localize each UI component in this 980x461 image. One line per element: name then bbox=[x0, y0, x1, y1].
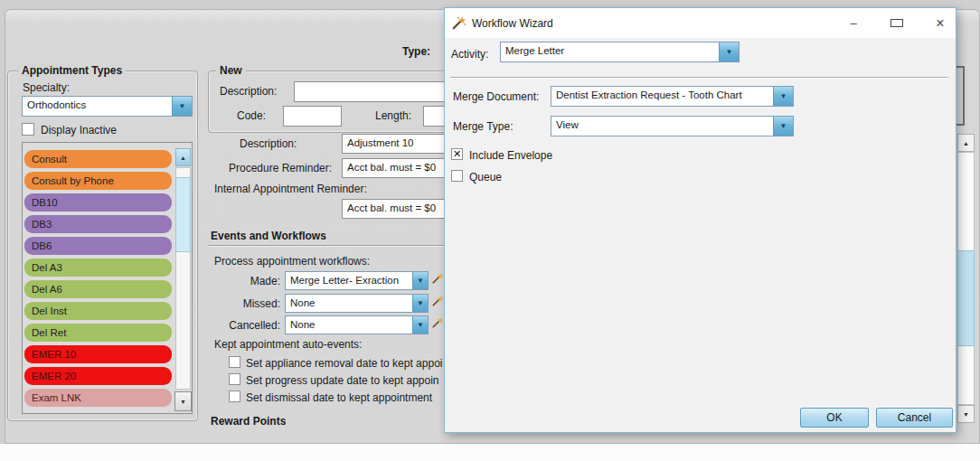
list-dropdown-button[interactable]: ▼ bbox=[174, 391, 192, 411]
wand-icon[interactable] bbox=[431, 295, 444, 307]
activity-select[interactable]: Merge Letter ▼ bbox=[500, 42, 740, 62]
list-item[interactable]: Del Ret bbox=[24, 324, 172, 342]
list-item[interactable]: DB6 bbox=[24, 237, 172, 255]
workflow-wizard-dialog: Workflow Wizard – × Activity: Merge Lett… bbox=[444, 7, 956, 433]
procedure-reminder-label: Procedure Reminder: bbox=[229, 162, 332, 174]
merge-document-label: Merge Document: bbox=[453, 90, 539, 103]
scroll-down-icon[interactable]: ▼ bbox=[957, 405, 975, 423]
new-code-input[interactable] bbox=[283, 106, 342, 127]
right-scrollbar-thumb[interactable] bbox=[957, 250, 975, 346]
reward-points-title: Reward Points bbox=[211, 415, 286, 427]
events-workflows-title: Events and Workflows bbox=[211, 230, 326, 242]
queue-checkbox[interactable] bbox=[451, 170, 463, 182]
display-inactive-label: Display Inactive bbox=[41, 124, 117, 136]
merge-type-label: Merge Type: bbox=[453, 120, 513, 133]
list-scrollbar-thumb[interactable] bbox=[175, 177, 191, 252]
activity-label: Activity: bbox=[451, 48, 488, 61]
display-inactive-checkbox[interactable] bbox=[22, 123, 34, 136]
chevron-down-icon[interactable]: ▼ bbox=[719, 42, 739, 61]
list-item[interactable]: Consult by Phone bbox=[24, 172, 172, 190]
merge-document-value: Dentist Extraction Request - Tooth Chart bbox=[551, 87, 773, 106]
made-workflow-select[interactable]: Merge Letter- Exraction ▼ bbox=[285, 271, 429, 290]
bottom-strip bbox=[0, 444, 980, 461]
internal-reminder-field[interactable]: Acct bal. must = $0 bbox=[342, 199, 457, 219]
missed-workflow-value: None bbox=[286, 295, 412, 312]
description-label: Description: bbox=[240, 137, 297, 150]
appliance-removal-checkbox[interactable] bbox=[229, 356, 240, 368]
merge-document-select[interactable]: Dentist Extraction Request - Tooth Chart… bbox=[551, 86, 794, 107]
appointment-type-list: ConsultConsult by PhoneDB10DB3DB6Del A3D… bbox=[22, 142, 193, 414]
new-code-label: Code: bbox=[237, 109, 266, 122]
queue-label: Queue bbox=[469, 171, 502, 183]
description-field[interactable]: Adjustment 10 bbox=[342, 134, 457, 154]
wand-icon[interactable] bbox=[431, 272, 444, 285]
procedure-reminder-field[interactable]: Acct bal. must = $0 bbox=[342, 158, 457, 178]
appliance-removal-label: Set appliance removal date to kept appoi bbox=[246, 357, 449, 370]
missed-workflow-select[interactable]: None ▼ bbox=[285, 294, 429, 313]
list-item[interactable]: DB3 bbox=[24, 215, 172, 233]
appointment-type-items: ConsultConsult by PhoneDB10DB3DB6Del A3D… bbox=[24, 150, 174, 410]
list-item[interactable]: EMER 10 bbox=[24, 345, 172, 363]
chevron-down-icon[interactable]: ▼ bbox=[412, 316, 428, 334]
new-description-label: Description: bbox=[220, 85, 277, 98]
dismissal-date-label: Set dismissal date to kept appointment bbox=[246, 391, 449, 404]
dialog-titlebar[interactable]: Workflow Wizard – × bbox=[445, 8, 956, 38]
appointment-types-title: Appointment Types bbox=[18, 64, 126, 77]
list-item[interactable]: Del A3 bbox=[24, 259, 172, 277]
cancelled-workflow-value: None bbox=[286, 316, 412, 334]
dismissal-date-checkbox[interactable] bbox=[229, 390, 240, 402]
process-workflows-label: Process appointment workflows: bbox=[214, 255, 370, 268]
cancelled-workflow-select[interactable]: None ▼ bbox=[285, 315, 429, 334]
dialog-separator bbox=[450, 77, 948, 79]
list-item[interactable]: Del Inst bbox=[24, 302, 172, 320]
internal-reminder-label: Internal Appointment Reminder: bbox=[214, 183, 367, 195]
made-workflow-value: Merge Letter- Exraction bbox=[286, 272, 412, 289]
specialty-value: Orthodontics bbox=[23, 97, 172, 116]
chevron-down-icon[interactable]: ▼ bbox=[773, 87, 793, 106]
list-item[interactable]: Exam LNK bbox=[24, 389, 172, 407]
merge-type-select[interactable]: View ▼ bbox=[551, 116, 794, 136]
missed-label: Missed: bbox=[208, 297, 280, 310]
kept-auto-events-label: Kept appointment auto-events: bbox=[214, 338, 362, 351]
chevron-down-icon[interactable]: ▼ bbox=[773, 117, 793, 136]
new-description-input[interactable] bbox=[294, 81, 455, 102]
activity-value: Merge Letter bbox=[501, 42, 719, 61]
chevron-down-icon[interactable]: ▼ bbox=[412, 295, 428, 312]
ok-button[interactable]: OK bbox=[800, 408, 869, 428]
merge-type-value: View bbox=[551, 117, 773, 136]
type-label: Type: bbox=[402, 45, 430, 58]
include-envelope-label: Include Envelope bbox=[469, 149, 552, 162]
list-item[interactable]: DB10 bbox=[24, 193, 172, 212]
chevron-down-icon[interactable]: ▼ bbox=[412, 272, 428, 289]
cancelled-label: Cancelled: bbox=[208, 319, 280, 332]
made-label: Made: bbox=[208, 275, 280, 287]
chevron-down-icon[interactable]: ▼ bbox=[172, 97, 192, 116]
scroll-up-icon[interactable]: ▲ bbox=[175, 148, 191, 166]
events-separator bbox=[208, 245, 457, 247]
scroll-up-icon[interactable]: ▲ bbox=[957, 134, 975, 152]
dialog-title: Workflow Wizard bbox=[472, 17, 553, 30]
screen: Type: Appointment Types Specialty: Ortho… bbox=[0, 0, 980, 461]
specialty-select[interactable]: Orthodontics ▼ bbox=[22, 96, 193, 117]
new-group-title: New bbox=[216, 64, 246, 77]
include-envelope-checkbox[interactable]: ✕ bbox=[451, 148, 463, 160]
list-item[interactable]: Consult bbox=[24, 150, 172, 168]
specialty-label: Specialty: bbox=[23, 81, 70, 94]
wand-icon[interactable] bbox=[431, 316, 444, 329]
list-item[interactable]: EMER 20 bbox=[24, 367, 172, 385]
maximize-button[interactable] bbox=[890, 16, 903, 30]
progress-update-checkbox[interactable] bbox=[229, 373, 240, 385]
wand-icon bbox=[451, 15, 466, 31]
progress-update-label: Set progress update date to kept appoin bbox=[246, 374, 449, 387]
maximize-icon bbox=[890, 19, 903, 27]
cancel-button[interactable]: Cancel bbox=[876, 408, 953, 428]
new-length-label: Length: bbox=[375, 109, 411, 122]
close-button[interactable]: × bbox=[934, 15, 947, 32]
list-item[interactable]: Del A6 bbox=[24, 280, 172, 298]
minimize-button[interactable]: – bbox=[847, 16, 860, 30]
